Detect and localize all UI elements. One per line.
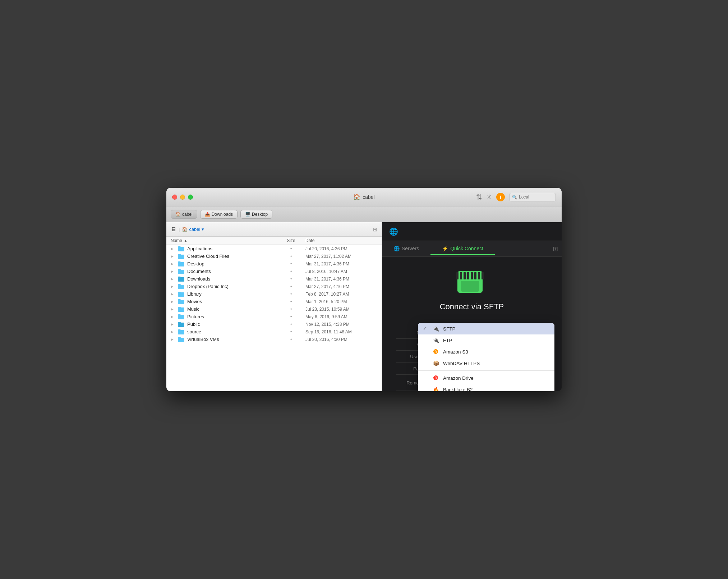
file-size: • xyxy=(277,292,305,297)
file-list: ▶ Applications • Jul 20, 2016, 4:26 PM ▶… xyxy=(166,245,382,391)
file-name: ▶ Creative Cloud Files xyxy=(171,254,277,259)
window-title: 🏠 cabel xyxy=(353,193,374,200)
pin-5 xyxy=(471,272,473,279)
file-row[interactable]: ▶ Music • Jul 28, 2015, 10:59 AM xyxy=(166,305,382,313)
file-panel-grid-icon[interactable]: ⊞ xyxy=(373,227,377,232)
ftp-panel: 🌐 🌐 Servers ⚡ Quick Connect ⊞ xyxy=(382,222,562,391)
col-name[interactable]: Name ▲ xyxy=(171,238,277,243)
item-icon: 📦 xyxy=(432,360,439,366)
file-row[interactable]: ▶ Dropbox (Panic Inc) • Mar 27, 2017, 4:… xyxy=(166,283,382,290)
folder-icon xyxy=(178,269,184,274)
quick-connect-icon: ⚡ xyxy=(442,246,448,251)
grid-dots-icon: ⊞ xyxy=(553,245,558,252)
file-name: ▶ Applications xyxy=(171,246,277,251)
file-size: • xyxy=(277,307,305,312)
dropdown-item[interactable]: ✓ 🔌 SFTP xyxy=(418,323,554,334)
connect-title: Connect via SFTP xyxy=(440,302,504,311)
col-size[interactable]: Size xyxy=(277,238,305,243)
main-window: 🏠 cabel ⇅ ✳ i 🔍 🏠 cabel 📥 Downloads 🖥️ D… xyxy=(166,188,562,391)
file-panel: 🖥 | 🏠 cabel ▾ ⊞ Name ▲ Size Date xyxy=(166,222,382,391)
file-row[interactable]: ▶ Movies • Mar 1, 2016, 5:20 PM xyxy=(166,298,382,305)
monitor-icon: 🖥 xyxy=(171,226,176,233)
file-name: ▶ Library xyxy=(171,291,277,297)
quick-connect-label: Quick Connect xyxy=(450,246,483,251)
row-arrow: ▶ xyxy=(171,254,174,258)
row-arrow: ▶ xyxy=(171,322,174,326)
file-name: ▶ Public xyxy=(171,322,277,327)
row-arrow: ▶ xyxy=(171,262,174,266)
close-button[interactable] xyxy=(172,195,177,200)
b2-icon: 🔥 xyxy=(433,387,439,391)
file-panel-path: 🖥 | 🏠 cabel ▾ xyxy=(171,226,204,233)
pin-3 xyxy=(464,272,466,279)
minimize-button[interactable] xyxy=(180,195,185,200)
file-date: Feb 8, 2017, 10:27 AM xyxy=(305,292,377,297)
tab-quick-connect[interactable]: ⚡ Quick Connect xyxy=(430,243,495,255)
snowflake-icon[interactable]: ✳ xyxy=(487,193,492,201)
file-name: ▶ Pictures xyxy=(171,314,277,319)
info-icon[interactable]: i xyxy=(496,193,505,201)
file-row[interactable]: ▶ VirtualBox VMs • Jul 20, 2016, 4:30 PM xyxy=(166,336,382,343)
tab-desktop[interactable]: 🖥️ Desktop xyxy=(240,210,272,219)
dropdown-item[interactable]: 📦 WebDAV HTTPS xyxy=(418,357,554,369)
item-icon: 🅐 xyxy=(432,349,439,355)
globe-icon: 🌐 xyxy=(389,227,398,236)
file-row[interactable]: ▶ Public • Nov 12, 2015, 4:38 PM xyxy=(166,320,382,328)
ftp-grid-icon[interactable]: ⊞ xyxy=(553,245,562,253)
tab-downloads-icon: 📥 xyxy=(205,212,210,217)
servers-label: Servers xyxy=(402,246,419,251)
pin-6 xyxy=(474,272,476,279)
item-icon: 🔌 xyxy=(432,326,439,332)
pin-1 xyxy=(456,272,459,279)
search-input[interactable] xyxy=(509,193,556,201)
tab-cabel-label: cabel xyxy=(182,212,193,217)
dropdown-item[interactable]: 🅐 Amazon S3 xyxy=(418,346,554,357)
file-date: Mar 31, 2017, 4:36 PM xyxy=(305,261,377,266)
file-row[interactable]: ▶ Documents • Jul 8, 2016, 10:47 AM xyxy=(166,268,382,275)
col-date[interactable]: Date xyxy=(305,238,377,243)
ftp-header: 🌐 xyxy=(382,222,562,241)
tab-downloads-label: Downloads xyxy=(212,212,233,217)
tab-downloads[interactable]: 📥 Downloads xyxy=(200,210,238,219)
dropdown-item[interactable]: 🅐 Amazon Drive xyxy=(418,372,554,384)
sftp-icon-container xyxy=(457,271,486,296)
file-row[interactable]: ▶ Applications • Jul 20, 2016, 4:26 PM xyxy=(166,245,382,252)
ftp-tab-bar: 🌐 Servers ⚡ Quick Connect ⊞ xyxy=(382,241,562,257)
maximize-button[interactable] xyxy=(188,195,193,200)
file-row[interactable]: ▶ Pictures • May 6, 2016, 9:59 AM xyxy=(166,313,382,320)
file-row[interactable]: ▶ source • Sep 16, 2016, 11:48 AM xyxy=(166,328,382,336)
row-arrow: ▶ xyxy=(171,269,174,273)
tab-cabel-icon: 🏠 xyxy=(175,212,181,217)
file-size: • xyxy=(277,269,305,274)
protocol-dropdown: ✓ 🔌 SFTP 🔌 FTP 🅐 Amazon S3 📦 WebDAV HTTP… xyxy=(418,323,554,391)
file-name: ▶ Music xyxy=(171,306,277,312)
item-icon: 🔌 xyxy=(432,337,439,343)
file-row[interactable]: ▶ Downloads • Mar 31, 2017, 4:36 PM xyxy=(166,275,382,283)
row-arrow: ▶ xyxy=(171,330,174,334)
ethernet-icon xyxy=(457,271,483,293)
file-row[interactable]: ▶ Desktop • Mar 31, 2017, 4:36 PM xyxy=(166,260,382,268)
folder-icon xyxy=(178,307,184,312)
dropdown-item-label: Backblaze B2 xyxy=(443,387,473,392)
file-size: • xyxy=(277,254,305,259)
file-size: • xyxy=(277,322,305,327)
tab-servers[interactable]: 🌐 Servers xyxy=(382,243,430,255)
path-label[interactable]: 🏠 cabel ▾ xyxy=(182,227,204,232)
ethernet-pins xyxy=(456,272,484,279)
tab-cabel[interactable]: 🏠 cabel xyxy=(171,210,197,219)
item-icon: 🅐 xyxy=(432,375,439,381)
file-row[interactable]: ▶ Library • Feb 8, 2017, 10:27 AM xyxy=(166,290,382,298)
file-row[interactable]: ▶ Creative Cloud Files • Mar 27, 2017, 1… xyxy=(166,252,382,260)
row-arrow: ▶ xyxy=(171,337,174,341)
folder-icon xyxy=(178,292,184,297)
sort-icon[interactable]: ⇅ xyxy=(476,193,482,201)
file-date: Mar 27, 2017, 4:16 PM xyxy=(305,284,377,289)
dropdown-item[interactable]: 🔥 Backblaze B2 xyxy=(418,384,554,391)
file-date: Jul 8, 2016, 10:47 AM xyxy=(305,269,377,274)
file-size: • xyxy=(277,246,305,251)
adrive-icon: 🅐 xyxy=(433,375,438,381)
window-title-text: cabel xyxy=(363,194,374,200)
dropdown-item[interactable]: 🔌 FTP xyxy=(418,334,554,346)
folder-icon xyxy=(178,322,184,327)
connect-area: Connect via SFTP xyxy=(382,257,562,327)
